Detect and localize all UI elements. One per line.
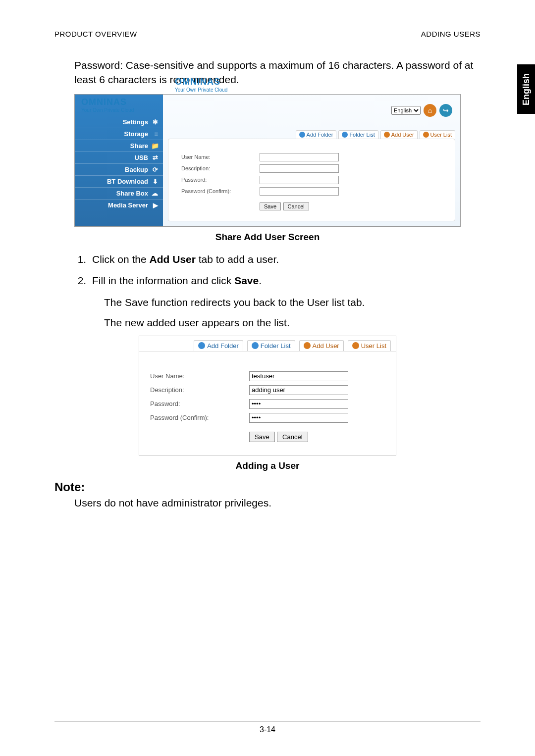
sidebar-item-label: Backup [125,166,148,173]
gear-icon: ✻ [151,118,158,125]
user-name-input[interactable] [260,153,339,161]
password-confirm-label: Password (Confirm): [150,414,249,421]
sidebar-item-usb[interactable]: USB⇄ [75,151,163,163]
add-user-form: User Name: Description: Password: Passwo… [168,139,455,221]
sidebar-item-label: Share [130,142,148,150]
user-name-input[interactable] [249,371,348,381]
tab-folder-list[interactable]: Folder List [247,340,295,351]
save-button[interactable]: Save [260,202,281,210]
backup-icon: ⟳ [151,166,158,173]
tab-add-user[interactable]: Add User [299,340,344,351]
instruction-list: Click on the Add User tab to add a user.… [89,252,481,289]
step-2-sub-1: The Save function redirects you back to … [104,295,481,310]
sidebar-item-label: BT Download [107,178,148,185]
storage-icon: ≡ [151,130,158,137]
tab-folder-list[interactable]: Folder List [338,130,378,139]
footer-rule [54,721,481,721]
screenshot-add-user-filled: Add Folder Folder List Add User User Lis… [139,336,396,455]
description-input[interactable] [260,164,339,173]
product-logo: OMNINAS Your Own Private Cloud [169,73,227,97]
sidebar-item-label: Storage [124,130,148,138]
password-input[interactable] [249,399,348,409]
language-select[interactable]: English [391,106,421,115]
step-1: Click on the Add User tab to add a user. [89,252,481,267]
description-label: Description: [150,386,249,394]
sidebar-item-media-server[interactable]: Media Server▶ [75,199,163,211]
folder-list-icon [252,342,259,349]
folder-plus-icon [198,342,205,349]
tab-label: Folder List [261,342,291,350]
tab-label: Folder List [349,132,374,138]
sidebar-item-label: Share Box [116,190,148,197]
logo-text: OMNINAS [175,77,227,87]
sidebar-item-label: Media Server [108,202,148,209]
media-icon: ▶ [151,202,158,208]
tab-add-user[interactable]: Add User [380,130,418,139]
step-2-sub-2: The new added user appears on the list. [104,315,481,331]
header-right: ADDING USERS [421,30,481,38]
usb-icon: ⇄ [151,154,158,161]
cancel-button[interactable]: Cancel [283,202,309,210]
tab-add-folder[interactable]: Add Folder [194,340,243,351]
tab-label: Add User [391,132,414,138]
tab-bar: Add Folder Folder List Add User User Lis… [163,126,460,139]
cancel-button[interactable]: Cancel [277,432,308,442]
user-list-icon [423,132,429,138]
note-heading: Note: [54,480,481,494]
password-confirm-input[interactable] [249,413,348,423]
note-body: Users do not have administrator privileg… [74,497,481,509]
sidebar-item-storage[interactable]: Storage≡ [75,128,163,140]
intro-paragraph: Password: Case-sensitive and supports a … [74,58,481,87]
box-icon: ☁ [151,190,158,197]
save-button[interactable]: Save [249,432,275,442]
tab-user-list[interactable]: User List [420,130,455,139]
password-label: Password: [181,177,260,183]
user-plus-icon [304,342,311,349]
page-header: PRODUCT OVERVIEW ADDING USERS [54,30,481,38]
user-name-label: User Name: [150,372,249,380]
logout-icon[interactable]: ↪ [439,104,452,117]
tab-label: User List [430,132,452,138]
sidebar-item-share[interactable]: Share📁 [75,140,163,151]
header-left: PRODUCT OVERVIEW [54,30,137,38]
description-label: Description: [181,165,260,171]
language-side-label: English [521,73,532,105]
folder-plus-icon [299,132,305,138]
tab-label: Add Folder [207,342,239,350]
tab-user-list[interactable]: User List [348,340,391,351]
user-name-label: User Name: [181,154,260,160]
sidebar: Settings✻ Storage≡ Share📁 USB⇄ Backup⟳ B… [75,95,163,226]
password-label: Password: [150,400,249,407]
sidebar-item-label: USB [135,154,148,161]
logo-tagline: Your Own Private Cloud [175,87,227,93]
password-input[interactable] [260,176,339,184]
download-icon: ⬇ [151,178,158,185]
language-side-tab: English [517,64,535,114]
step-2: Fill in the information and click Save. [89,273,481,289]
product-logo: OMNINAS Your Own Private Cloud [81,97,134,113]
tab-label: User List [361,342,386,350]
tab-add-folder[interactable]: Add Folder [296,130,337,139]
share-icon: 📁 [151,142,158,149]
sidebar-item-label: Settings [123,118,148,126]
figure-caption-1: Share Add User Screen [54,232,481,243]
tab-label: Add User [313,342,339,350]
sidebar-item-bt-download[interactable]: BT Download⬇ [75,175,163,187]
sidebar-item-share-box[interactable]: Share Box☁ [75,187,163,199]
user-list-icon [352,342,359,349]
user-plus-icon [384,132,390,138]
figure-caption-2: Adding a User [54,460,481,471]
home-icon[interactable]: ⌂ [424,104,436,117]
password-confirm-label: Password (Confirm): [181,188,260,194]
password-confirm-input[interactable] [260,187,339,196]
tab-label: Add Folder [307,132,333,138]
screenshot-add-user-blank: Settings✻ Storage≡ Share📁 USB⇄ Backup⟳ B… [74,94,461,227]
description-input[interactable] [249,385,348,395]
sidebar-item-backup[interactable]: Backup⟳ [75,163,163,175]
sidebar-item-settings[interactable]: Settings✻ [75,116,163,128]
page-number: 3-14 [0,725,535,734]
tab-bar: Add Folder Folder List Add User User Lis… [139,336,396,352]
folder-list-icon [342,132,348,138]
add-user-form: User Name: Description: Password: Passwo… [139,352,396,455]
